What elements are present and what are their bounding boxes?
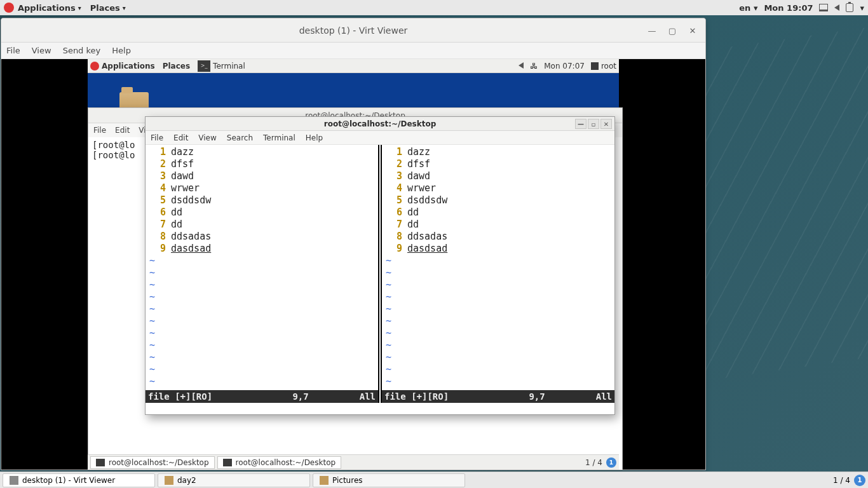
- virt-viewer-menubar: File View Send key Help: [1, 43, 705, 59]
- guest-user-menu[interactable]: root: [591, 62, 616, 71]
- app-icon: [10, 476, 18, 485]
- host-top-panel: Applications▾ Places▾ en ▾ Mon 19:07 ▾: [0, 0, 868, 15]
- host-places-menu[interactable]: Places▾: [90, 3, 126, 13]
- host-lang-indicator[interactable]: en ▾: [739, 3, 757, 13]
- guest-active-app-name[interactable]: Terminal: [213, 62, 245, 71]
- fwin-menu-view[interactable]: View: [198, 133, 216, 142]
- fwin-minimize-button[interactable]: —: [575, 119, 587, 129]
- vim-right-split[interactable]: 1dazz2dfsf3dawd4wrwer5dsddsdw6dd7dd8ddsa…: [382, 145, 614, 403]
- host-workspace-indicator: 1 / 4: [833, 476, 850, 485]
- battery-icon[interactable]: [846, 3, 853, 12]
- folder-icon: [320, 476, 329, 485]
- guest-taskbar-item[interactable]: root@localhost:~/Desktop: [217, 456, 342, 469]
- fedora-icon: [4, 3, 14, 13]
- guest-bottom-panel: root@localhost:~/Desktop root@localhost:…: [88, 454, 619, 470]
- host-bottom-panel: desktop (1) - Virt Viewer day2 Pictures …: [0, 471, 868, 488]
- vim-right-buffer[interactable]: 1dazz2dfsf3dawd4wrwer5dsddsdw6dd7dd8ddsa…: [382, 145, 614, 390]
- guest-places-menu[interactable]: Places: [163, 62, 190, 71]
- guest-network-icon[interactable]: 🖧: [530, 62, 538, 71]
- vim-left-buffer[interactable]: 1dazz2dfsf3dawd4wrwer5dsddsdw6dd7dd8ddsa…: [146, 145, 378, 390]
- guest-taskbar-item[interactable]: root@localhost:~/Desktop: [90, 456, 215, 469]
- guest-display[interactable]: Applications Places >_ Terminal 🖧 Mon 07…: [1, 59, 705, 470]
- host-taskbar-item[interactable]: Pictures: [313, 473, 465, 487]
- guest-sound-icon[interactable]: [519, 62, 524, 71]
- vim-right-status: file [+][RO] 9,7 All: [382, 390, 614, 403]
- vim-editor-area[interactable]: 1dazz2dfsf3dawd4wrwer5dsddsdw6dd7dd8ddsa…: [146, 145, 614, 403]
- menu-help[interactable]: Help: [112, 46, 131, 55]
- bwin-menu-edit[interactable]: Edit: [115, 126, 130, 135]
- virt-viewer-titlebar[interactable]: desktop (1) - Virt Viewer — ▢ ✕: [1, 18, 705, 43]
- fwin-maximize-button[interactable]: ▫: [588, 119, 599, 129]
- guest-active-app-icon[interactable]: >_: [198, 60, 210, 72]
- guest-desktop: [88, 73, 619, 107]
- foreground-terminal-menubar: File Edit View Search Terminal Help: [146, 131, 614, 145]
- menu-file[interactable]: File: [6, 46, 20, 55]
- host-applications-menu[interactable]: Applications▾: [18, 3, 81, 13]
- host-taskbar-item[interactable]: day2: [158, 473, 310, 487]
- terminal-icon: [96, 459, 105, 466]
- virt-viewer-window: desktop (1) - Virt Viewer — ▢ ✕ File Vie…: [1, 18, 706, 470]
- host-clock[interactable]: Mon 19:07: [764, 3, 813, 13]
- fwin-menu-file[interactable]: File: [151, 133, 163, 142]
- fwin-menu-edit[interactable]: Edit: [173, 133, 188, 142]
- vim-left-split[interactable]: 1dazz2dfsf3dawd4wrwer5dsddsdw6dd7dd8ddsa…: [146, 145, 378, 403]
- fwin-menu-search[interactable]: Search: [227, 133, 253, 142]
- virt-viewer-title: desktop (1) - Virt Viewer: [299, 25, 408, 36]
- sound-icon[interactable]: [834, 4, 839, 11]
- bwin-menu-file[interactable]: File: [93, 126, 106, 135]
- vim-command-line[interactable]: [146, 403, 614, 414]
- guest-workspace-indicator: 1 / 4: [585, 458, 602, 467]
- menu-sendkey[interactable]: Send key: [63, 46, 101, 55]
- power-icon[interactable]: ▾: [860, 3, 864, 13]
- guest-applications-menu[interactable]: Applications: [102, 62, 155, 71]
- foreground-terminal-window: root@localhost:~/Desktop — ▫ ✕ File Edit…: [145, 116, 615, 415]
- guest-top-panel: Applications Places >_ Terminal 🖧 Mon 07…: [88, 59, 619, 73]
- fwin-menu-terminal[interactable]: Terminal: [263, 133, 295, 142]
- guest-fedora-icon: [90, 62, 99, 71]
- maximize-button[interactable]: ▢: [663, 22, 681, 39]
- foreground-terminal-titlebar[interactable]: root@localhost:~/Desktop — ▫ ✕: [146, 117, 614, 131]
- fwin-close-button[interactable]: ✕: [600, 119, 612, 129]
- menu-view[interactable]: View: [32, 46, 51, 55]
- close-button[interactable]: ✕: [684, 22, 702, 39]
- vim-left-status: file [+][RO] 9,7 All: [146, 390, 378, 403]
- guest-workspace-switcher[interactable]: 1: [606, 458, 616, 468]
- guest-clock[interactable]: Mon 07:07: [544, 62, 585, 71]
- host-taskbar-item[interactable]: desktop (1) - Virt Viewer: [3, 473, 155, 487]
- terminal-icon: [223, 459, 232, 466]
- minimize-button[interactable]: —: [643, 22, 661, 39]
- host-tray: en ▾ Mon 19:07 ▾: [739, 3, 864, 13]
- host-workspace-switcher[interactable]: 1: [854, 475, 865, 486]
- foreground-terminal-title: root@localhost:~/Desktop: [324, 119, 437, 128]
- folder-icon: [165, 476, 173, 485]
- fwin-menu-help[interactable]: Help: [306, 133, 323, 142]
- display-icon[interactable]: [819, 4, 828, 11]
